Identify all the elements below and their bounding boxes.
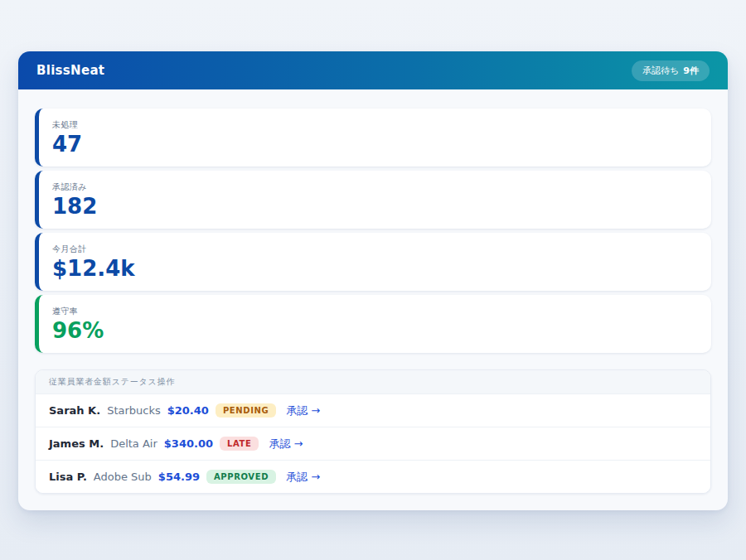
transactions-table: 従業員 業者 金額 ステータス 操作 Sarah K. Starbucks $2… bbox=[35, 369, 711, 494]
amount-value: $20.40 bbox=[167, 404, 209, 417]
pending-badge-label: 承認待ち bbox=[642, 65, 679, 77]
stat-label: 承認済み bbox=[52, 181, 698, 193]
stat-card: 今月合計 $12.4k bbox=[35, 233, 711, 291]
approve-link[interactable]: 承認 → bbox=[269, 437, 303, 451]
stat-card: 遵守率 96% bbox=[35, 295, 711, 353]
column-header: 金額 bbox=[94, 376, 112, 388]
stat-value: 182 bbox=[52, 195, 698, 220]
employee-name: Sarah K. bbox=[49, 404, 100, 417]
table-row: Sarah K. Starbucks $20.40 PENDING 承認 → bbox=[36, 393, 710, 427]
employee-name: Lisa P. bbox=[49, 471, 87, 483]
app-header: BlissNeat 承認待ち 9件 bbox=[18, 51, 728, 89]
stats-list: 未処理 47 承認済み 182 今月合計 $12.4k 遵守率 96% bbox=[35, 109, 711, 353]
stat-value: $12.4k bbox=[52, 257, 698, 282]
approve-link[interactable]: 承認 → bbox=[286, 470, 320, 485]
status-badge: APPROVED bbox=[206, 470, 276, 484]
column-header: 従業員 bbox=[49, 376, 75, 388]
table-rows: Sarah K. Starbucks $20.40 PENDING 承認 → J… bbox=[36, 393, 710, 493]
column-header: 業者 bbox=[75, 376, 94, 388]
column-header: ステータス bbox=[112, 376, 157, 388]
app-body: 未処理 47 承認済み 182 今月合計 $12.4k 遵守率 96% 従業員 … bbox=[18, 89, 728, 510]
status-badge: PENDING bbox=[216, 403, 276, 418]
employee-name: James M. bbox=[49, 437, 104, 450]
column-header: 操作 bbox=[157, 376, 176, 388]
amount-value: $340.00 bbox=[164, 437, 213, 450]
stat-card: 未処理 47 bbox=[35, 109, 711, 167]
stat-label: 今月合計 bbox=[52, 244, 698, 255]
stat-card: 承認済み 182 bbox=[35, 171, 711, 229]
stat-label: 未処理 bbox=[52, 119, 698, 131]
table-header-row: 従業員 業者 金額 ステータス 操作 bbox=[36, 370, 710, 393]
stat-value: 96% bbox=[52, 319, 698, 344]
amount-value: $54.99 bbox=[158, 471, 200, 483]
app-title: BlissNeat bbox=[36, 63, 104, 78]
approve-link[interactable]: 承認 → bbox=[286, 403, 320, 418]
pending-badge-count: 9件 bbox=[683, 65, 699, 77]
table-row: James M. Delta Air $340.00 LATE 承認 → bbox=[36, 427, 710, 460]
stat-label: 遵守率 bbox=[52, 306, 698, 317]
page-background: BlissNeat 承認待ち 9件 未処理 47 承認済み 182 今月合計 $… bbox=[0, 0, 746, 560]
vendor-name: Delta Air bbox=[110, 437, 157, 450]
vendor-name: Adobe Sub bbox=[94, 471, 152, 483]
stat-value: 47 bbox=[52, 133, 698, 157]
status-badge: LATE bbox=[220, 437, 259, 451]
table-row: Lisa P. Adobe Sub $54.99 APPROVED 承認 → bbox=[36, 460, 710, 493]
pending-count-badge: 承認待ち 9件 bbox=[632, 60, 710, 81]
app-card: BlissNeat 承認待ち 9件 未処理 47 承認済み 182 今月合計 $… bbox=[18, 51, 728, 510]
vendor-name: Starbucks bbox=[107, 404, 161, 417]
